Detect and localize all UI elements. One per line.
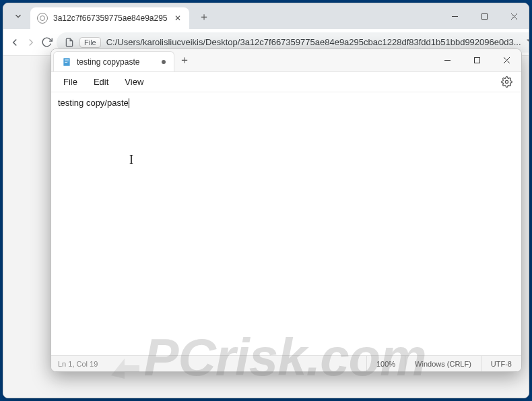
modified-indicator-icon	[162, 60, 166, 64]
browser-window-controls	[440, 3, 529, 29]
close-icon[interactable]: ✕	[173, 13, 182, 23]
new-tab-button[interactable]: ＋	[195, 7, 213, 26]
tab-title: 3a12c7f667359775ae84e9a295	[53, 13, 168, 23]
maximize-button[interactable]	[462, 49, 492, 71]
svg-rect-1	[481, 13, 487, 19]
editor-content: testing copy/paste	[58, 98, 129, 108]
maximize-button[interactable]	[469, 3, 499, 29]
status-encoding: UTF-8	[481, 356, 521, 371]
settings-button[interactable]	[497, 73, 516, 92]
minimize-button[interactable]	[440, 3, 469, 29]
notepad-tab[interactable]: testing copypaste	[53, 51, 174, 71]
svg-rect-13	[474, 58, 479, 63]
notepad-window: testing copypaste ＋ File Edit View testi…	[51, 49, 522, 372]
notepad-icon	[62, 57, 71, 67]
svg-rect-11	[65, 62, 67, 63]
ibeam-cursor-icon: I	[129, 153, 133, 167]
text-caret	[129, 98, 129, 108]
back-button[interactable]	[9, 32, 21, 53]
tab-search-button[interactable]	[9, 7, 28, 26]
document-title: testing copypaste	[77, 57, 156, 67]
status-eol: Windows (CRLF)	[405, 356, 481, 371]
url-text: C:/Users/karolisliucveikis/Desktop/3a12c…	[106, 37, 521, 47]
svg-marker-4	[527, 36, 529, 45]
svg-rect-10	[65, 61, 69, 61]
gear-icon	[501, 76, 512, 88]
globe-icon	[37, 13, 48, 24]
close-button[interactable]	[499, 3, 529, 29]
status-zoom[interactable]: 100%	[366, 356, 405, 371]
file-chip: File	[79, 37, 101, 48]
notepad-window-controls	[432, 49, 521, 71]
menu-file[interactable]: File	[57, 74, 84, 90]
forward-button[interactable]	[25, 32, 37, 53]
menu-view[interactable]: View	[118, 74, 150, 90]
browser-tab-strip: 3a12c7f667359775ae84e9a295 ✕ ＋	[3, 3, 529, 29]
notepad-menubar: File Edit View	[51, 72, 521, 92]
browser-tab-active[interactable]: 3a12c7f667359775ae84e9a295 ✕	[30, 7, 189, 29]
bookmark-star-icon[interactable]	[527, 36, 529, 49]
notepad-statusbar: Ln 1, Col 19 100% Windows (CRLF) UTF-8	[51, 355, 521, 371]
menu-edit[interactable]: Edit	[87, 74, 115, 90]
file-icon	[65, 38, 74, 47]
svg-point-16	[505, 80, 508, 83]
reload-button[interactable]	[41, 32, 53, 53]
notepad-new-tab-button[interactable]: ＋	[174, 49, 195, 71]
notepad-titlebar: testing copypaste ＋	[51, 49, 521, 72]
close-button[interactable]	[492, 49, 521, 71]
status-position: Ln 1, Col 19	[51, 356, 206, 371]
notepad-editor[interactable]: testing copy/paste I	[51, 92, 521, 355]
minimize-button[interactable]	[432, 49, 462, 71]
svg-rect-9	[65, 59, 69, 60]
